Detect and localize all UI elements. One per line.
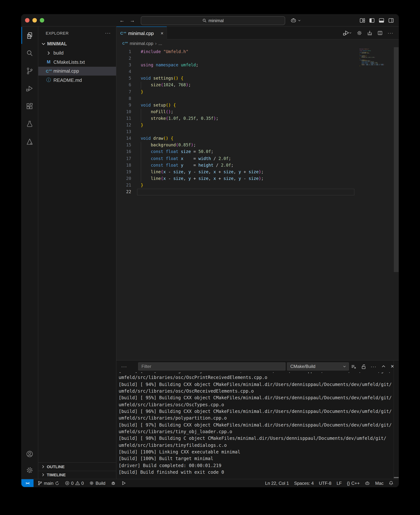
breadcrumb-more: ... [158, 41, 162, 46]
code-line[interactable]: 12} [116, 122, 360, 129]
settings-gear-icon[interactable] [21, 462, 38, 478]
code-line[interactable]: 2 [116, 55, 360, 62]
source-control-icon[interactable] [21, 62, 38, 80]
code-line[interactable]: 1#include "Umfeld.h" [116, 49, 360, 55]
code-line[interactable]: 17 const float x = width / 2.0f; [116, 155, 360, 162]
filter-input[interactable] [138, 362, 285, 370]
output-channel-select[interactable]: CMake/Build [287, 362, 349, 370]
output-log[interactable]: [build] [ 93%] Building CXX object CMake… [116, 372, 399, 479]
line-number: 21 [116, 182, 131, 189]
project-root-row[interactable]: MINIMAL [38, 39, 116, 48]
unlock-icon[interactable] [361, 364, 366, 369]
notifications-bell[interactable] [389, 481, 393, 485]
copilot-icon[interactable] [290, 17, 297, 23]
copilot-icon [365, 481, 370, 486]
explorer-more-actions[interactable]: ··· [105, 30, 111, 36]
chevron-right-icon [46, 50, 52, 56]
minimize-window-button[interactable] [32, 18, 37, 23]
code-line[interactable]: 7} [116, 89, 360, 95]
minimap[interactable]: #include "Umfeld.h"using namespace umfel… [360, 49, 393, 97]
breadcrumb-file: minimal.cpp [130, 41, 153, 46]
code-line[interactable]: 13 [116, 129, 360, 135]
code-line[interactable]: 6 size(1024, 768); [116, 82, 360, 89]
panel-scrollbar[interactable] [394, 477, 399, 478]
branch-status[interactable]: main [38, 481, 59, 486]
run-debug-icon[interactable] [21, 80, 38, 97]
account-icon[interactable] [21, 446, 38, 462]
back-arrow-icon[interactable]: ← [119, 17, 125, 23]
code-line[interactable]: 3using namespace umfeld; [116, 62, 360, 69]
close-tab-icon[interactable]: ✕ [160, 31, 164, 35]
cmake-icon[interactable] [21, 133, 38, 150]
output-line: umfeld/src/libraries/polypartition.cpp.o [119, 415, 393, 422]
code-line[interactable]: 4 [116, 69, 360, 75]
cmake-build-button[interactable]: Build [89, 481, 105, 486]
settings-gear-icon[interactable] [357, 30, 362, 36]
install-icon[interactable] [367, 30, 373, 36]
command-center-search[interactable]: minimal [141, 16, 285, 25]
toggle-secondary-sidebar-icon[interactable] [388, 17, 394, 23]
code-line[interactable]: 16 const float size = 50.0f; [116, 149, 360, 155]
chevron-right-icon: › [155, 41, 157, 46]
line-number: 17 [116, 155, 131, 162]
debug-run-icon[interactable] [343, 30, 352, 36]
maximize-window-button[interactable] [40, 18, 44, 23]
bug-icon [111, 481, 116, 485]
code-line[interactable]: 14void draw() { [116, 135, 360, 142]
indentation[interactable]: Spaces: 4 [294, 481, 314, 486]
toggle-sidebar-icon[interactable] [369, 17, 375, 23]
code-line[interactable]: 21} [116, 182, 360, 189]
outline-section[interactable]: OUTLINE [38, 462, 116, 471]
copilot-status[interactable] [365, 481, 370, 486]
extensions-icon[interactable] [21, 97, 38, 115]
more-actions-icon[interactable]: ··· [371, 364, 376, 369]
maximize-panel-icon[interactable] [381, 364, 386, 369]
tab-minimal-cpp[interactable]: C++ minimal.cpp ✕ [116, 27, 167, 39]
code-line[interactable]: 8 [116, 95, 360, 102]
testing-icon[interactable] [21, 115, 38, 133]
code-line[interactable]: 9void setup() { [116, 102, 360, 109]
code-line[interactable]: 10 noFill(); [116, 109, 360, 115]
customize-layout-icon[interactable] [360, 17, 365, 23]
code-line[interactable]: 5void settings() { [116, 75, 360, 82]
editor-scrollbar[interactable] [394, 47, 399, 272]
search-icon [202, 18, 207, 23]
tree-item-readme-md[interactable]: ⓘREADME.md [38, 76, 116, 85]
code-line[interactable]: 18 const float y = height / 2.0f; [116, 162, 360, 169]
language-mode[interactable]: {} C++ [347, 481, 360, 486]
encoding[interactable]: UTF-8 [319, 481, 331, 486]
debug-button[interactable] [111, 481, 116, 485]
forward-arrow-icon[interactable]: → [130, 17, 135, 23]
more-actions-icon[interactable]: ··· [388, 30, 393, 36]
clear-output-icon[interactable] [351, 364, 356, 369]
eol[interactable]: LF [337, 481, 342, 486]
split-editor-icon[interactable] [377, 30, 383, 36]
problems-status[interactable]: 0 0 [65, 481, 84, 486]
code-editor[interactable]: 1#include "Umfeld.h"23using namespace um… [116, 47, 399, 360]
run-button[interactable] [121, 481, 126, 485]
code-area[interactable]: 1#include "Umfeld.h"23using namespace um… [116, 49, 360, 360]
output-line: [build] [ 95%] Building CXX object CMake… [119, 395, 393, 401]
remote-indicator[interactable]: >< [21, 479, 34, 487]
output-line: [build] Build finished with exit code 0 [119, 469, 393, 476]
chevron-down-icon[interactable] [298, 19, 301, 22]
code-line[interactable]: 19 line(x - size, y - size, x + size, y … [116, 169, 360, 175]
code-line[interactable]: 15 background(0.85f); [116, 142, 360, 149]
os-indicator[interactable]: Mac [375, 481, 383, 486]
toggle-panel-icon[interactable] [379, 17, 384, 23]
search-icon[interactable] [21, 44, 38, 62]
panel-overflow-icon[interactable]: ··· [121, 364, 127, 369]
warning-icon [75, 481, 80, 485]
tree-item-minimal-cpp[interactable]: C++minimal.cpp [38, 67, 116, 76]
code-line[interactable]: 22 [116, 189, 360, 195]
cursor-position[interactable]: Ln 22, Col 1 [265, 481, 289, 486]
tree-item-build[interactable]: build [38, 48, 116, 58]
code-line[interactable]: 11 stroke(1.0f, 0.25f, 0.35f); [116, 115, 360, 122]
tree-item-cmakelists-txt[interactable]: MCMakeLists.txt [38, 58, 116, 67]
close-window-button[interactable] [25, 18, 29, 23]
tab-label: minimal.cpp [128, 31, 154, 36]
timeline-section[interactable]: TIMELINE [38, 471, 116, 479]
explorer-icon[interactable] [21, 27, 38, 44]
code-line[interactable]: 20 line(x - size, y + size, x + size, y … [116, 176, 360, 182]
breadcrumb[interactable]: C++ minimal.cpp › ... [116, 39, 399, 47]
